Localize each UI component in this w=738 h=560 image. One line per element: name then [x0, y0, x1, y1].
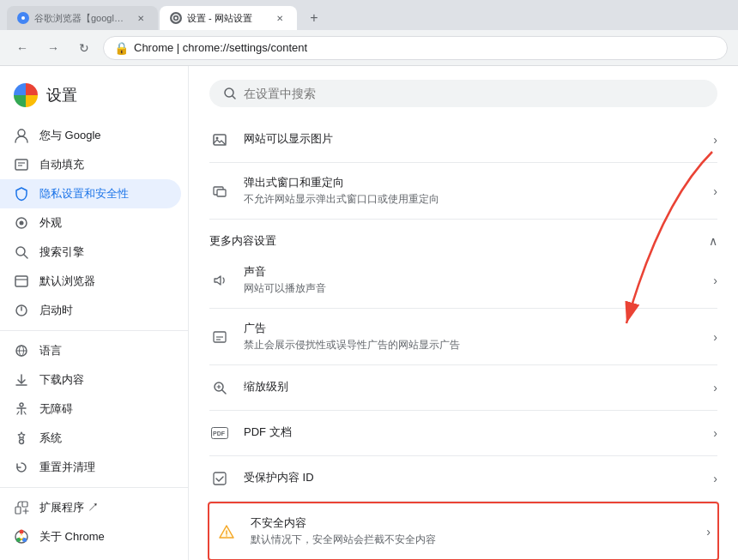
search-bar[interactable] [209, 80, 717, 107]
insecure-icon [216, 521, 237, 542]
svg-rect-36 [217, 190, 226, 196]
system-icon [14, 431, 29, 446]
zoom-title: 缩放级别 [244, 379, 699, 394]
sidebar-item-downloads[interactable]: 下载内容 [0, 365, 181, 394]
svg-point-20 [20, 403, 23, 406]
startup-icon [14, 303, 29, 318]
section-item-pdf[interactable]: PDF PDF 文档 › [209, 411, 717, 456]
url-text: Chrome | chrome://settings/content [134, 41, 307, 54]
tab1-close-button[interactable]: ✕ [134, 11, 148, 25]
ads-arrow: › [713, 330, 717, 344]
ads-icon [209, 327, 230, 347]
sound-title: 声音 [244, 264, 699, 280]
sound-icon [209, 270, 230, 291]
new-tab-button[interactable]: + [302, 6, 326, 30]
svg-line-11 [24, 255, 27, 258]
sidebar-label-extensions: 扩展程序 ↗ [39, 500, 99, 515]
sidebar: 设置 您与 Google 自动填充 隐私设置和安全性 外观 [0, 66, 189, 560]
svg-rect-5 [15, 160, 27, 170]
sidebar-item-autofill[interactable]: 自动填充 [0, 150, 181, 179]
section-item-zoom[interactable]: 缩放级别 › [209, 365, 717, 411]
sidebar-label-appearance: 外观 [39, 215, 62, 231]
zoom-arrow: › [713, 381, 717, 394]
sidebar-item-accessibility[interactable]: 无障碍 [0, 394, 181, 424]
svg-line-32 [233, 96, 235, 99]
section-item-sound[interactable]: 声音 网站可以播放声音 › [209, 252, 717, 309]
insecure-arrow: › [706, 525, 711, 539]
protected-icon [209, 468, 230, 489]
sidebar-item-reset[interactable]: 重置并清理 [0, 453, 181, 482]
tab-settings[interactable]: 设置 - 网站设置 ✕ [160, 6, 297, 30]
back-button[interactable]: ← [10, 36, 34, 60]
main-content: 网站可以显示图片 › 弹出式窗口和重定向 不允许网站显示弹出式窗口口或使用重定向… [189, 66, 738, 560]
sidebar-item-about[interactable]: 关于 Chrome [0, 522, 181, 551]
ads-subtitle: 禁止会展示侵扰性或误导性广告的网站显示广告 [244, 338, 699, 352]
svg-point-1 [21, 16, 25, 20]
downloads-icon [14, 372, 29, 388]
sidebar-item-google[interactable]: 您与 Google [0, 121, 181, 150]
zoom-text: 缩放级别 [244, 379, 699, 396]
search-input[interactable] [244, 87, 704, 100]
protected-arrow: › [713, 472, 717, 485]
sidebar-label-accessibility: 无障碍 [39, 401, 73, 417]
sidebar-divider-1 [0, 330, 188, 331]
sidebar-item-privacy[interactable]: 隐私设置和安全性 [0, 179, 181, 208]
forward-button[interactable]: → [41, 36, 65, 60]
sidebar-item-startup[interactable]: 启动时 [0, 296, 181, 325]
about-chrome-icon [14, 529, 29, 545]
sidebar-item-browser[interactable]: 默认浏览器 [0, 267, 181, 296]
browser-icon [14, 274, 29, 289]
ads-title: 广告 [244, 321, 699, 336]
collapse-icon[interactable]: ∧ [709, 234, 717, 248]
secure-icon: 🔒 [114, 41, 129, 55]
browser-chrome: 谷歌浏览器【google chrome】 ✕ 设置 - 网站设置 ✕ + [0, 0, 738, 30]
app-layout: 设置 您与 Google 自动填充 隐私设置和安全性 外观 [0, 66, 738, 560]
extensions-icon [14, 500, 29, 515]
language-icon [14, 343, 29, 358]
svg-point-27 [20, 530, 24, 534]
appearance-icon [14, 215, 29, 231]
sidebar-label-startup: 启动时 [39, 303, 73, 318]
sidebar-item-search[interactable]: 搜索引擎 [0, 238, 181, 267]
privacy-icon [14, 186, 29, 202]
sidebar-label-system: 系统 [39, 431, 62, 446]
tab2-title: 设置 - 网站设置 [187, 12, 252, 25]
svg-rect-22 [15, 507, 21, 514]
sound-subtitle: 网站可以播放声音 [244, 281, 699, 296]
popup-icon [209, 181, 230, 202]
section-item-popup[interactable]: 弹出式窗口和重定向 不允许网站显示弹出式窗口口或使用重定向 › [209, 163, 717, 220]
ads-text: 广告 禁止会展示侵扰性或误导性广告的网站显示广告 [244, 321, 699, 352]
section-item-ads[interactable]: 广告 禁止会展示侵扰性或误导性广告的网站显示广告 › [209, 309, 717, 365]
tab2-close-button[interactable]: ✕ [273, 11, 287, 25]
sidebar-item-appearance[interactable]: 外观 [0, 208, 181, 238]
sidebar-item-extensions[interactable]: 扩展程序 ↗ [0, 493, 181, 522]
google-icon [14, 128, 29, 143]
popup-text: 弹出式窗口和重定向 不允许网站显示弹出式窗口口或使用重定向 [244, 175, 699, 207]
svg-point-48 [226, 535, 227, 537]
images-arrow: › [713, 133, 717, 147]
insecure-text: 不安全内容 默认情况下，安全网站会拦截不安全内容 [251, 515, 693, 547]
url-bar[interactable]: 🔒 Chrome | chrome://settings/content [103, 36, 728, 60]
sidebar-label-language: 语言 [39, 343, 62, 358]
svg-point-3 [175, 17, 178, 20]
chrome-logo [14, 83, 38, 107]
pdf-text: PDF 文档 [244, 425, 699, 442]
popup-subtitle: 不允许网站显示弹出式窗口口或使用重定向 [244, 192, 699, 207]
tab-google-chrome[interactable]: 谷歌浏览器【google chrome】 ✕ [7, 6, 158, 30]
svg-rect-46 [214, 473, 226, 485]
sidebar-label-privacy: 隐私设置和安全性 [39, 186, 129, 202]
images-text: 网站可以显示图片 [244, 131, 699, 148]
svg-point-21 [20, 440, 24, 444]
sidebar-label-autofill: 自动填充 [39, 157, 84, 172]
section-item-images[interactable]: 网站可以显示图片 › [209, 117, 717, 163]
sidebar-item-system[interactable]: 系统 [0, 424, 181, 453]
sidebar-item-language[interactable]: 语言 [0, 336, 181, 365]
more-settings-header: 更多内容设置 ∧ [209, 220, 717, 252]
refresh-button[interactable]: ↻ [72, 36, 96, 60]
svg-point-30 [20, 535, 23, 539]
pdf-arrow: › [713, 426, 717, 440]
section-item-protected[interactable]: 受保护内容 ID › [209, 456, 717, 502]
svg-text:PDF: PDF [213, 431, 226, 437]
pdf-title: PDF 文档 [244, 425, 699, 440]
section-item-insecure[interactable]: 不安全内容 默认情况下，安全网站会拦截不安全内容 › [208, 502, 719, 560]
